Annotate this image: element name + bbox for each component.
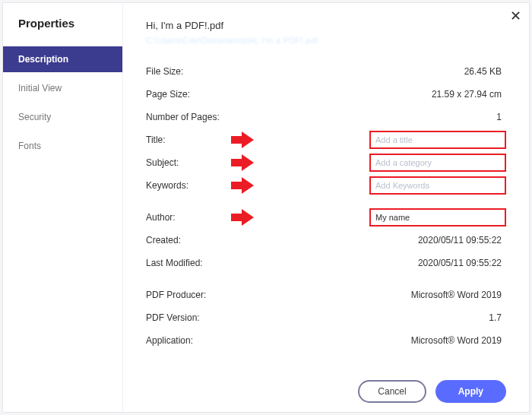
arrow-right-icon: [231, 177, 254, 194]
arrow-right-icon: [231, 131, 254, 148]
label-num-pages: Number of Pages:: [146, 112, 260, 122]
author-input[interactable]: [369, 208, 506, 227]
sidebar-title: Properties: [3, 17, 122, 46]
label-file-size: File Size:: [146, 66, 260, 77]
subject-input[interactable]: [369, 154, 506, 172]
sidebar-item-security[interactable]: Security: [3, 104, 122, 130]
row-num-pages: Number of Pages: 1: [146, 106, 506, 128]
sidebar-item-fonts[interactable]: Fonts: [3, 133, 122, 159]
main-panel: Hi, I'm a PDF!.pdf C:\Users\Cde\Document…: [123, 3, 529, 412]
value-file-size: 26.45 KB: [260, 66, 506, 77]
row-modified: Last Modified: 2020/05/11 09:55:22: [146, 252, 506, 274]
footer: Cancel Apply: [146, 372, 506, 403]
sidebar-item-label: Fonts: [18, 141, 41, 151]
row-keywords: Keywords:: [146, 174, 506, 197]
row-producer: PDF Producer: Microsoft® Word 2019: [146, 284, 506, 306]
sidebar: Properties Description Initial View Secu…: [3, 3, 123, 412]
value-num-pages: 1: [260, 112, 506, 122]
value-page-size: 21.59 x 27.94 cm: [260, 89, 506, 100]
row-version: PDF Version: 1.7: [146, 306, 506, 329]
apply-button[interactable]: Apply: [435, 380, 506, 403]
arrow-right-icon: [231, 209, 254, 226]
value-version: 1.7: [260, 312, 506, 323]
row-title: Title:: [146, 128, 506, 151]
row-page-size: Page Size: 21.59 x 27.94 cm: [146, 83, 506, 106]
row-created: Created: 2020/05/11 09:55:22: [146, 229, 506, 252]
title-input[interactable]: [369, 131, 506, 149]
cancel-button[interactable]: Cancel: [358, 380, 426, 403]
label-application: Application:: [146, 335, 260, 346]
properties-dialog: ✕ Properties Description Initial View Se…: [2, 2, 530, 413]
value-application: Microsoft® Word 2019: [260, 335, 506, 346]
file-path: C:\Users\Cde\Documents\Hi, I'm a PDF!.pd…: [146, 36, 506, 45]
row-file-size: File Size: 26.45 KB: [146, 60, 506, 83]
sidebar-item-label: Initial View: [18, 83, 62, 93]
label-producer: PDF Producer:: [146, 290, 260, 300]
label-page-size: Page Size:: [146, 89, 260, 100]
arrow-right-icon: [231, 154, 254, 171]
file-name: Hi, I'm a PDF!.pdf: [146, 20, 506, 31]
sidebar-item-label: Description: [18, 54, 68, 65]
row-application: Application: Microsoft® Word 2019: [146, 329, 506, 352]
close-button[interactable]: ✕: [510, 9, 521, 23]
value-modified: 2020/05/11 09:55:22: [260, 258, 506, 268]
sidebar-item-label: Security: [18, 112, 51, 122]
property-rows: File Size: 26.45 KB Page Size: 21.59 x 2…: [146, 60, 506, 372]
value-producer: Microsoft® Word 2019: [260, 290, 506, 300]
label-created: Created:: [146, 235, 260, 246]
close-icon: ✕: [510, 8, 521, 24]
sidebar-item-description[interactable]: Description: [3, 46, 122, 72]
keywords-input[interactable]: [369, 176, 506, 195]
row-subject: Subject:: [146, 151, 506, 174]
sidebar-item-initial-view[interactable]: Initial View: [3, 75, 122, 101]
row-author: Author:: [146, 206, 506, 229]
label-modified: Last Modified:: [146, 258, 260, 268]
value-created: 2020/05/11 09:55:22: [260, 235, 506, 246]
label-version: PDF Version:: [146, 312, 260, 323]
